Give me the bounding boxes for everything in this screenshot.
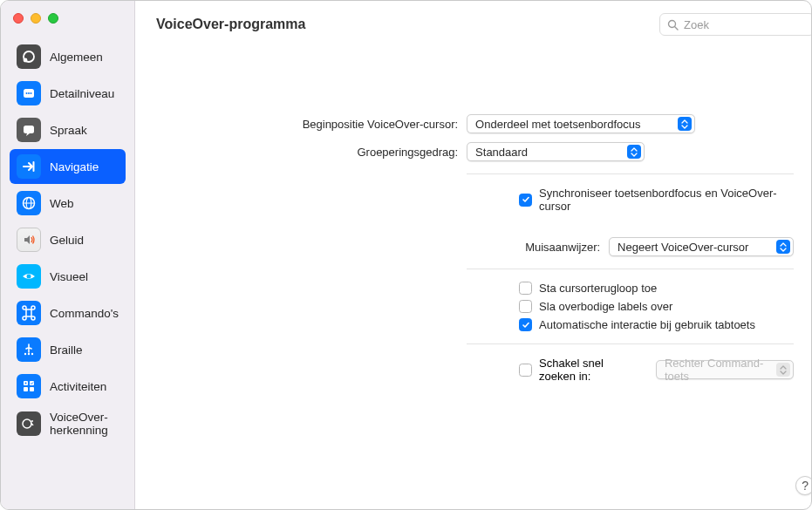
initial-position-label: Beginpositie VoiceOver-cursor: <box>153 118 467 131</box>
sidebar-item-braille[interactable]: Braille <box>10 332 126 367</box>
sidebar-item-geluid[interactable]: Geluid <box>10 222 126 257</box>
commanders-icon <box>17 301 41 325</box>
quick-search-checkbox[interactable] <box>519 364 532 377</box>
svg-point-14 <box>31 353 33 355</box>
zoom-button[interactable] <box>48 13 58 24</box>
row-wrap: Sta cursorterugloop toe <box>153 282 794 295</box>
sidebar-item-label: Geluid <box>50 234 84 247</box>
wrap-label: Sta cursorterugloop toe <box>539 282 657 295</box>
sidebar-item-label: Braille <box>50 343 83 357</box>
svg-line-23 <box>675 26 679 30</box>
svg-point-12 <box>24 353 26 355</box>
verbosity-icon <box>17 81 41 105</box>
svg-point-21 <box>31 420 33 422</box>
help-button[interactable]: ? <box>795 476 812 495</box>
chevron-updown-icon <box>776 240 790 254</box>
row-sync: Synchroniseer toetsenbordfocus en VoiceO… <box>153 187 794 213</box>
row-grouping: Groeperingsgedrag: Standaard <box>153 142 794 161</box>
svg-point-1 <box>24 58 28 63</box>
row-redundant: Sla overbodige labels over <box>153 300 794 313</box>
sync-checkbox[interactable] <box>519 194 532 207</box>
content: Beginpositie VoiceOver-cursor: Onderdeel… <box>135 46 812 383</box>
separator <box>467 269 794 269</box>
sidebar-item-label: Spraak <box>50 124 87 137</box>
row-auto-interact: Automatische interactie bij gebruik tabt… <box>153 318 794 331</box>
chevron-updown-icon <box>627 145 641 159</box>
sidebar-item-activiteiten[interactable]: Activiteiten <box>10 369 126 404</box>
braille-icon <box>17 337 41 362</box>
grouping-label: Groeperingsgedrag: <box>153 146 467 159</box>
quick-search-value: Rechter Command-toets <box>665 357 769 383</box>
sidebar-item-spraak[interactable]: Spraak <box>10 112 126 147</box>
sidebar-item-label: Commando's <box>50 307 119 320</box>
close-button[interactable] <box>13 13 24 24</box>
sound-icon <box>17 228 41 252</box>
sidebar-item-visueel[interactable]: Visueel <box>10 259 126 294</box>
svg-point-11 <box>27 275 31 279</box>
chevron-updown-icon <box>776 363 790 377</box>
quick-search-label: Schakel snel zoeken in: <box>539 357 633 383</box>
initial-position-select[interactable]: Onderdeel met toetsenbordfocus <box>467 114 695 133</box>
row-initial-position: Beginpositie VoiceOver-cursor: Onderdeel… <box>153 114 794 133</box>
sidebar-item-commandos[interactable]: Commando's <box>10 296 126 330</box>
visual-icon <box>17 264 41 289</box>
sidebar-item-label: Activiteiten <box>50 380 106 393</box>
quick-search-select[interactable]: Rechter Command-toets <box>656 360 794 379</box>
svg-rect-18 <box>30 387 34 391</box>
sidebar-item-label: Visueel <box>50 270 88 283</box>
search-icon <box>667 19 679 31</box>
sidebar-item-herkenning[interactable]: VoiceOver-herkenning <box>10 405 126 442</box>
grouping-value: Standaard <box>475 146 620 159</box>
svg-point-13 <box>28 353 30 355</box>
auto-interact-checkbox[interactable] <box>519 318 532 331</box>
sidebar-item-label: Algemeen <box>50 51 103 64</box>
sidebar-item-algemeen[interactable]: Algemeen <box>10 39 126 74</box>
separator <box>467 343 794 344</box>
navigation-icon <box>17 154 41 179</box>
sidebar-item-label: Detailniveau <box>50 87 114 100</box>
sidebar-item-label: Navigatie <box>50 160 99 173</box>
page-title: VoiceOver-programma <box>156 17 305 32</box>
general-icon <box>17 44 41 69</box>
svg-rect-17 <box>24 387 28 391</box>
sidebar-item-label: Web <box>50 197 74 210</box>
search-input[interactable] <box>684 18 807 31</box>
sidebar-item-web[interactable]: Web <box>10 186 126 221</box>
redundant-checkbox[interactable] <box>519 300 532 313</box>
minimize-button[interactable] <box>31 13 41 24</box>
mouse-select[interactable]: Negeert VoiceOver-cursor <box>609 237 794 256</box>
activities-icon <box>17 374 41 398</box>
sidebar-item-label: VoiceOver-herkenning <box>50 411 119 437</box>
svg-rect-6 <box>24 126 34 133</box>
initial-position-value: Onderdeel met toetsenbordfocus <box>475 118 671 131</box>
svg-point-19 <box>25 383 27 384</box>
window-controls <box>1 8 134 39</box>
mouse-value: Negeert VoiceOver-cursor <box>618 241 769 254</box>
sidebar-item-navigatie[interactable]: Navigatie <box>10 149 126 184</box>
titlebar: VoiceOver-programma <box>135 1 812 46</box>
mouse-label: Muisaanwijzer: <box>153 241 600 254</box>
sync-label: Synchroniseer toetsenbordfocus en VoiceO… <box>539 187 794 213</box>
main-pane: VoiceOver-programma Beginpositie VoiceOv… <box>135 1 812 509</box>
separator <box>467 173 794 174</box>
speech-icon <box>17 118 41 142</box>
grouping-select[interactable]: Standaard <box>467 142 645 161</box>
wrap-checkbox[interactable] <box>519 282 532 295</box>
auto-interact-label: Automatische interactie bij gebruik tabt… <box>539 318 755 331</box>
svg-point-3 <box>26 92 28 94</box>
chevron-updown-icon <box>678 117 692 131</box>
sidebar-list: Algemeen Detailniveau Spraak Navigatie <box>1 39 134 444</box>
svg-point-5 <box>31 92 32 94</box>
recognition-icon <box>17 411 41 436</box>
web-icon <box>17 191 41 215</box>
row-quick-search: Schakel snel zoeken in: Rechter Command-… <box>153 357 794 383</box>
window: Algemeen Detailniveau Spraak Navigatie <box>0 0 812 510</box>
svg-point-20 <box>23 419 31 428</box>
redundant-label: Sla overbodige labels over <box>539 300 672 313</box>
row-mouse: Muisaanwijzer: Negeert VoiceOver-cursor <box>153 237 794 256</box>
sidebar-item-detailniveau[interactable]: Detailniveau <box>10 76 126 111</box>
sidebar: Algemeen Detailniveau Spraak Navigatie <box>1 1 135 509</box>
svg-point-4 <box>28 92 30 94</box>
search-field[interactable] <box>659 13 812 36</box>
